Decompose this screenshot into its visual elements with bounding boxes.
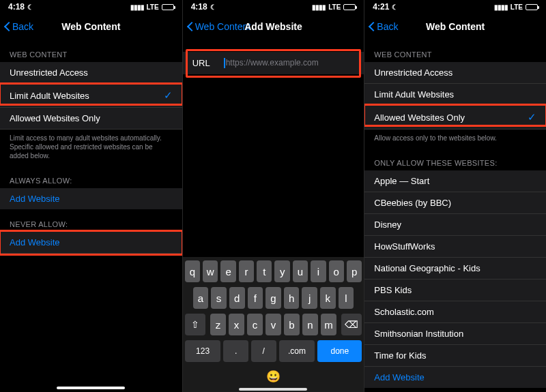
key-dotcom[interactable]: .com xyxy=(279,340,315,362)
site-row[interactable]: Disney xyxy=(364,214,546,236)
key-w[interactable]: w xyxy=(203,260,218,282)
option-allowed-only[interactable]: Allowed Websites Only ✓ xyxy=(364,106,546,130)
key-m[interactable]: m xyxy=(321,314,336,335)
chevron-left-icon xyxy=(369,21,375,32)
add-website-always-button[interactable]: Add Website xyxy=(0,188,182,209)
key-slash[interactable]: / xyxy=(251,340,276,362)
phone-panel-2: 4:18 ☾ ▮▮▮▮ LTE Web Content Add Website … xyxy=(182,0,364,392)
checkmark-icon: ✓ xyxy=(528,111,536,123)
backspace-icon: ⌫ xyxy=(345,319,358,330)
shift-icon: ⇧ xyxy=(191,319,199,330)
status-time: 4:18 xyxy=(8,2,25,12)
site-row[interactable]: HowStuffWorks xyxy=(364,236,546,258)
battery-icon xyxy=(162,4,174,10)
key-s[interactable]: s xyxy=(211,287,227,309)
chevron-left-icon xyxy=(187,21,194,32)
nav-bar: Web Content Add Website xyxy=(183,14,364,40)
key-n[interactable]: n xyxy=(302,314,318,335)
key-v[interactable]: v xyxy=(265,314,281,335)
back-label: Web Content xyxy=(195,21,250,32)
key-k[interactable]: k xyxy=(320,287,336,309)
keyboard-row-1: qwertyuiop xyxy=(185,260,362,282)
keyboard-row-4: 123 . / .com done xyxy=(185,340,362,362)
key-o[interactable]: o xyxy=(329,260,344,282)
add-website-button[interactable]: Add Website xyxy=(364,367,546,388)
option-unrestricted[interactable]: Unrestricted Access xyxy=(364,62,546,84)
key-l[interactable]: l xyxy=(339,287,354,309)
network-label: LTE xyxy=(328,3,341,11)
status-time: 4:18 xyxy=(191,2,207,12)
signal-icon: ▮▮▮▮ xyxy=(312,3,326,11)
key-u[interactable]: u xyxy=(293,260,308,282)
key-j[interactable]: j xyxy=(302,287,317,309)
checkmark-icon: ✓ xyxy=(164,89,173,102)
back-button[interactable]: Web Content xyxy=(187,21,250,32)
option-limit-adult[interactable]: Limit Adult Websites ✓ xyxy=(0,84,182,108)
key-done[interactable]: done xyxy=(317,340,362,362)
key-y[interactable]: y xyxy=(274,260,289,282)
key-i[interactable]: i xyxy=(311,260,326,282)
back-button[interactable]: Back xyxy=(369,21,398,32)
section-header-always: ALWAYS ALLOW: xyxy=(0,166,182,188)
delete-key[interactable]: ⌫ xyxy=(341,314,362,335)
url-input-row[interactable]: URL https://www.example.com xyxy=(183,52,364,74)
option-allowed-only[interactable]: Allowed Websites Only xyxy=(0,108,182,130)
key-123[interactable]: 123 xyxy=(185,340,221,362)
option-unrestricted[interactable]: Unrestricted Access xyxy=(0,62,182,84)
key-f[interactable]: f xyxy=(248,287,263,309)
keyboard-row-2: asdfghjkl xyxy=(185,287,362,309)
key-e[interactable]: e xyxy=(220,260,235,282)
key-x[interactable]: x xyxy=(229,314,244,335)
key-h[interactable]: h xyxy=(284,287,300,309)
key-a[interactable]: a xyxy=(193,287,209,309)
section-header-only: ONLY ALLOW THESE WEBSITES: xyxy=(364,148,546,170)
key-q[interactable]: q xyxy=(185,260,200,282)
add-website-never-button[interactable]: Add Website xyxy=(0,232,182,254)
key-g[interactable]: g xyxy=(265,287,281,309)
status-bar: 4:18 ☾ ▮▮▮▮ LTE xyxy=(0,0,182,14)
back-label: Back xyxy=(12,21,33,32)
status-bar: 4:21 ☾ ▮▮▮▮ LTE xyxy=(364,0,546,14)
site-row[interactable]: Smithsonian Institution xyxy=(364,323,546,345)
key-r[interactable]: r xyxy=(239,260,254,282)
back-label: Back xyxy=(377,21,398,32)
home-indicator[interactable] xyxy=(57,387,125,389)
key-t[interactable]: t xyxy=(257,260,272,282)
back-button[interactable]: Back xyxy=(4,21,33,32)
section-header-never: NEVER ALLOW: xyxy=(0,209,182,232)
site-row[interactable]: Time for Kids xyxy=(364,345,546,367)
section-header-webcontent: WEB CONTENT xyxy=(364,40,546,62)
phone-panel-1: 4:18 ☾ ▮▮▮▮ LTE Back Web Content WEB CON… xyxy=(0,0,182,392)
nav-bar: Back Web Content xyxy=(364,14,546,40)
network-label: LTE xyxy=(511,3,523,11)
section-footer: Allow access only to the websites below. xyxy=(364,130,546,148)
dnd-moon-icon: ☾ xyxy=(210,3,216,11)
emoji-key[interactable]: 😀 xyxy=(266,370,281,384)
site-row[interactable]: CBeebies (by BBC) xyxy=(364,192,546,214)
key-dot[interactable]: . xyxy=(223,340,248,362)
site-row[interactable]: National Geographic - Kids xyxy=(364,258,546,280)
key-b[interactable]: b xyxy=(284,314,300,335)
site-row[interactable]: Scholastic.com xyxy=(364,301,546,323)
option-limit-adult[interactable]: Limit Adult Websites xyxy=(364,84,546,106)
site-row[interactable]: Apple — Start xyxy=(364,170,546,192)
key-p[interactable]: p xyxy=(347,260,362,282)
keyboard: qwertyuiop asdfghjkl ⇧ zxcvbnm ⌫ 123 . /… xyxy=(183,257,364,392)
key-z[interactable]: z xyxy=(210,314,226,335)
home-indicator[interactable] xyxy=(239,388,307,391)
key-c[interactable]: c xyxy=(247,314,263,335)
dnd-moon-icon: ☾ xyxy=(392,3,398,11)
battery-icon xyxy=(343,4,356,10)
chevron-left-icon xyxy=(4,21,11,32)
phone-panel-3: 4:21 ☾ ▮▮▮▮ LTE Back Web Content WEB CON… xyxy=(364,0,546,392)
status-time: 4:21 xyxy=(373,2,389,12)
url-input[interactable]: https://www.example.com xyxy=(224,58,319,68)
status-bar: 4:18 ☾ ▮▮▮▮ LTE xyxy=(183,0,364,14)
text-cursor xyxy=(224,58,225,68)
nav-bar: Back Web Content xyxy=(0,14,182,40)
site-row[interactable]: PBS Kids xyxy=(364,280,546,301)
keyboard-row-3: ⇧ zxcvbnm ⌫ xyxy=(185,314,362,335)
key-d[interactable]: d xyxy=(229,287,245,309)
shift-key[interactable]: ⇧ xyxy=(185,314,205,335)
signal-icon: ▮▮▮▮ xyxy=(130,3,144,11)
